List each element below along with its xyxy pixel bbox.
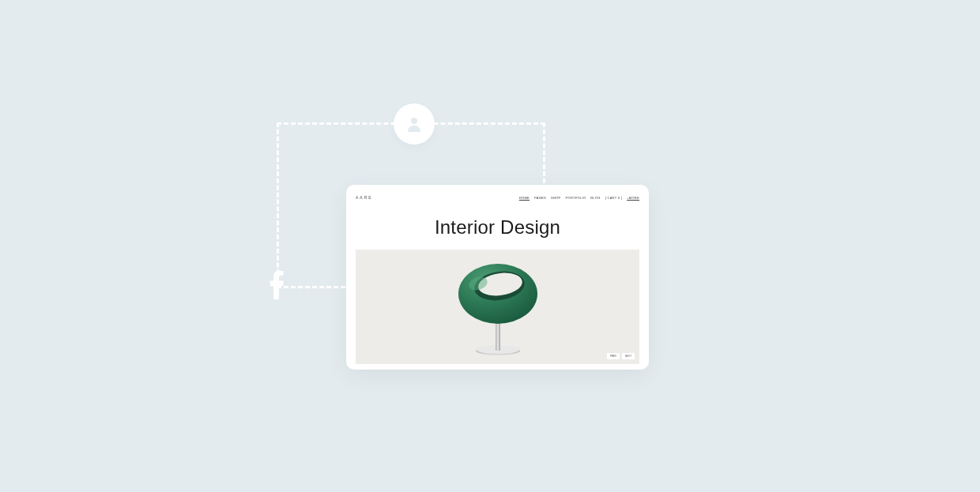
nav-item[interactable]: PORTFOLIO (566, 196, 586, 200)
profile-circle (394, 103, 435, 145)
nav-menu: HOME PAGES SHOP PORTFOLIO BLOG [ CART 0 … (519, 196, 639, 200)
site-logo: AARE (356, 195, 373, 200)
nav-item[interactable]: BLOG (590, 196, 600, 200)
next-button[interactable]: NEXT (622, 353, 635, 359)
prev-button[interactable]: PREV (607, 353, 620, 359)
nav-item[interactable]: PAGES (534, 196, 546, 200)
svg-rect-3 (496, 321, 500, 351)
chair-illustration (443, 256, 553, 359)
hero-image-area: PREV NEXT (356, 250, 639, 364)
nav-item[interactable]: +MORE (627, 196, 639, 200)
nav-item[interactable]: [ CART 0 ] (605, 196, 623, 200)
profile-icon (405, 115, 424, 133)
page-title: Interior Design (356, 216, 639, 238)
nav-item[interactable]: HOME (519, 196, 530, 200)
preview-header: AARE HOME PAGES SHOP PORTFOLIO BLOG [ CA… (356, 193, 639, 202)
website-preview-card: AARE HOME PAGES SHOP PORTFOLIO BLOG [ CA… (346, 185, 649, 370)
nav-item[interactable]: SHOP (551, 196, 561, 200)
facebook-icon-container (269, 271, 291, 299)
facebook-icon (269, 271, 291, 299)
hero-nav-buttons: PREV NEXT (607, 353, 635, 359)
svg-point-0 (411, 118, 417, 124)
